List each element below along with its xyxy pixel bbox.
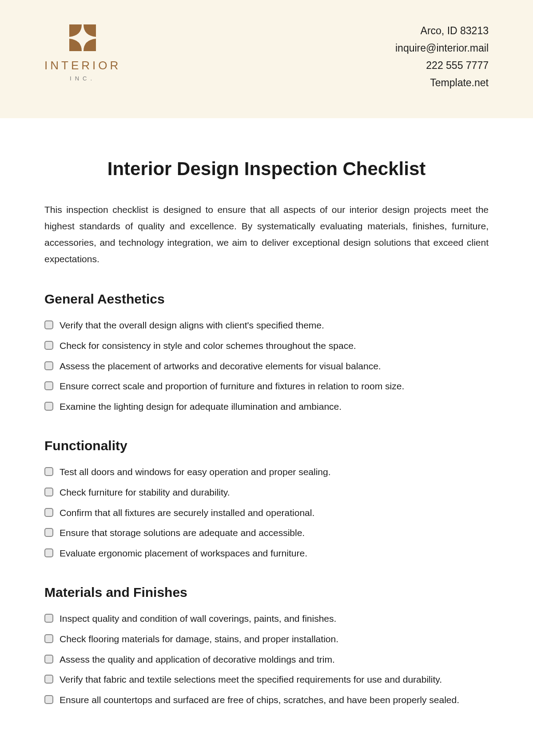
contact-info: Arco, ID 83213 inquire@interior.mail 222…: [395, 22, 489, 92]
checklist-item: Examine the lighting design for adequate…: [44, 399, 489, 414]
checklist-item-text: Ensure that storage solutions are adequa…: [60, 525, 489, 540]
checklist-item: Evaluate ergonomic placement of workspac…: [44, 546, 489, 561]
logo-subtitle: INC.: [70, 75, 95, 82]
checklist-item-text: Ensure correct scale and proportion of f…: [60, 379, 489, 394]
checklist-item-text: Ensure all countertops and surfaced are …: [60, 692, 489, 708]
checklist-item: Ensure all countertops and surfaced are …: [44, 692, 489, 708]
contact-email: inquire@interior.mail: [395, 40, 489, 57]
checkbox[interactable]: [44, 548, 53, 557]
document-header: INTERIOR INC. Arco, ID 83213 inquire@int…: [0, 0, 533, 118]
checkbox[interactable]: [44, 402, 53, 411]
checkbox[interactable]: [44, 634, 53, 643]
checklist-item-text: Verify that the overall design aligns wi…: [60, 318, 489, 333]
checkbox[interactable]: [44, 361, 53, 370]
contact-site: Template.net: [395, 74, 489, 92]
checklist-item-text: Inspect quality and condition of wall co…: [60, 611, 489, 626]
checklist-item: Check flooring materials for damage, sta…: [44, 632, 489, 647]
checkbox[interactable]: [44, 695, 53, 704]
checkbox[interactable]: [44, 675, 53, 684]
checklist-item-text: Assess the placement of artworks and dec…: [60, 359, 489, 374]
document-body: Interior Design Inspection Checklist Thi…: [0, 118, 533, 749]
logo-icon: [65, 22, 100, 53]
page-title: Interior Design Inspection Checklist: [44, 158, 489, 180]
checklist-item-text: Evaluate ergonomic placement of workspac…: [60, 546, 489, 561]
contact-address: Arco, ID 83213: [395, 22, 489, 40]
checklist-item-text: Examine the lighting design for adequate…: [60, 399, 489, 414]
checkbox[interactable]: [44, 467, 53, 476]
checklist-item-text: Confirm that all fixtures are securely i…: [60, 505, 489, 520]
checklist-item: Assess the quality and application of de…: [44, 652, 489, 667]
checkbox[interactable]: [44, 528, 53, 537]
section-title: Functionality: [44, 438, 489, 453]
checklist-item: Test all doors and windows for easy oper…: [44, 464, 489, 480]
contact-phone: 222 555 7777: [395, 57, 489, 74]
checkbox[interactable]: [44, 341, 53, 350]
checklist-item-text: Check furniture for stability and durabi…: [60, 485, 489, 500]
checklist-item: Inspect quality and condition of wall co…: [44, 611, 489, 626]
checklist-item: Verify that the overall design aligns wi…: [44, 318, 489, 333]
checklist-item-text: Check flooring materials for damage, sta…: [60, 632, 489, 647]
checklist-item: Assess the placement of artworks and dec…: [44, 359, 489, 374]
checkbox[interactable]: [44, 488, 53, 496]
intro-paragraph: This inspection checklist is designed to…: [44, 202, 489, 267]
checklist-section: FunctionalityTest all doors and windows …: [44, 438, 489, 560]
checkbox[interactable]: [44, 508, 53, 517]
checklist-section: General AestheticsVerify that the overal…: [44, 292, 489, 414]
checklist-item: Ensure that storage solutions are adequa…: [44, 525, 489, 540]
logo-block: INTERIOR INC.: [44, 22, 121, 82]
checklist-item-text: Test all doors and windows for easy oper…: [60, 464, 489, 480]
checklist-item: Ensure correct scale and proportion of f…: [44, 379, 489, 394]
checklist-item-text: Check for consistency in style and color…: [60, 338, 489, 353]
checkbox[interactable]: [44, 655, 53, 664]
checklist-item: Check furniture for stability and durabi…: [44, 485, 489, 500]
logo-name: INTERIOR: [44, 59, 121, 72]
checklist-item: Verify that fabric and textile selection…: [44, 672, 489, 687]
checklist-item: Check for consistency in style and color…: [44, 338, 489, 353]
checkbox[interactable]: [44, 614, 53, 623]
checkbox[interactable]: [44, 381, 53, 390]
section-title: General Aesthetics: [44, 292, 489, 307]
checklist-item-text: Assess the quality and application of de…: [60, 652, 489, 667]
checkbox[interactable]: [44, 320, 53, 329]
checklist-item: Confirm that all fixtures are securely i…: [44, 505, 489, 520]
checklist-section: Materials and FinishesInspect quality an…: [44, 585, 489, 707]
section-title: Materials and Finishes: [44, 585, 489, 600]
checklist-item-text: Verify that fabric and textile selection…: [60, 672, 489, 687]
